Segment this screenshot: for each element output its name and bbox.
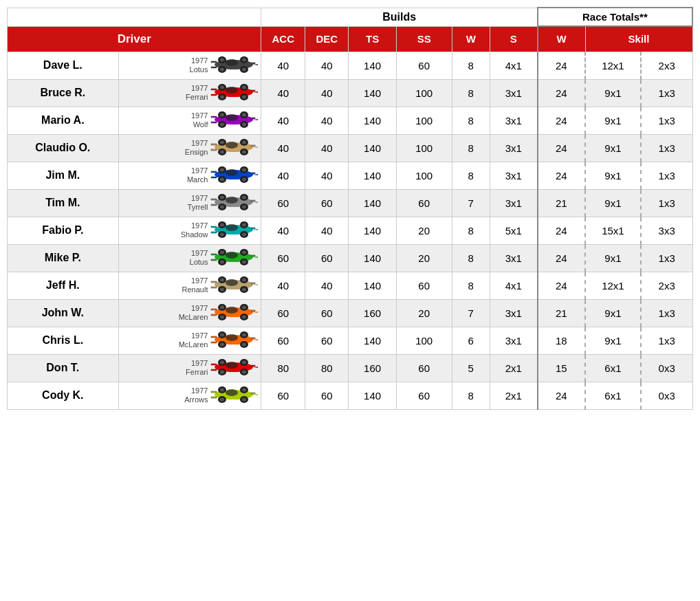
svg-rect-31 xyxy=(211,116,217,118)
svg-point-153 xyxy=(242,333,246,336)
acc-val: 40 xyxy=(261,79,305,107)
car-graphic xyxy=(210,302,258,325)
svg-point-15 xyxy=(226,87,238,94)
driver-name: Tim M. xyxy=(8,189,119,217)
car-graphic xyxy=(210,54,258,77)
dec-val: 60 xyxy=(305,299,349,327)
table-row: Tim M. 1977 Tyrrell 60 xyxy=(8,189,693,217)
svg-rect-143 xyxy=(211,336,217,338)
svg-rect-19 xyxy=(251,90,255,91)
car-graphic xyxy=(210,219,258,242)
svg-point-1 xyxy=(226,59,238,66)
svg-point-55 xyxy=(242,140,246,144)
svg-rect-46 xyxy=(211,149,217,151)
car-cell: 1977 Tyrrell xyxy=(118,189,261,217)
car-cell: 1977 Ferrari xyxy=(118,354,261,382)
acc-header: ACC xyxy=(261,26,305,52)
acc-val: 60 xyxy=(261,244,305,272)
ts-val: 140 xyxy=(349,79,396,107)
svg-marker-100 xyxy=(253,256,258,258)
svg-point-85 xyxy=(226,224,238,231)
dec-val: 40 xyxy=(305,79,349,107)
svg-marker-170 xyxy=(253,394,258,395)
driver-name: Chris L. xyxy=(8,327,119,354)
svg-rect-145 xyxy=(251,338,255,339)
acc-val: 40 xyxy=(261,272,305,299)
ts-val: 140 xyxy=(349,217,396,244)
race-w-val: 21 xyxy=(538,299,585,327)
s-val: 3x1 xyxy=(490,244,537,272)
svg-rect-171 xyxy=(211,391,217,393)
svg-point-66 xyxy=(220,177,224,181)
svg-point-169 xyxy=(226,389,238,396)
svg-point-99 xyxy=(226,252,238,259)
table-row: Fabio P. 1977 Shadow 4 xyxy=(8,217,693,244)
svg-rect-89 xyxy=(251,228,255,229)
svg-point-43 xyxy=(226,142,238,149)
driver-name: Cody K. xyxy=(8,382,119,409)
skill2-val: 1x3 xyxy=(641,162,692,189)
svg-point-124 xyxy=(220,278,224,281)
svg-point-24 xyxy=(220,95,224,98)
svg-rect-45 xyxy=(211,144,217,145)
skill1-val: 15x1 xyxy=(585,217,641,244)
svg-point-40 xyxy=(220,113,224,116)
race-w-val: 24 xyxy=(538,79,585,107)
svg-point-138 xyxy=(220,305,224,309)
race-w-val: 24 xyxy=(538,272,585,299)
skill2-val: 1x3 xyxy=(641,79,692,107)
svg-point-11 xyxy=(242,67,246,71)
s-val: 2x1 xyxy=(490,354,537,382)
svg-rect-73 xyxy=(211,199,217,200)
svg-rect-5 xyxy=(251,63,255,64)
svg-point-29 xyxy=(226,114,238,121)
acc-val: 60 xyxy=(261,382,305,409)
table-row: Mike P. 1977 Lotus 60 xyxy=(8,244,693,272)
driver-name: Claudio O. xyxy=(8,134,119,162)
ss-val: 60 xyxy=(396,272,452,299)
car-cell: 1977 Lotus xyxy=(118,244,261,272)
skill2-val: 1x3 xyxy=(641,327,692,354)
svg-rect-131 xyxy=(251,310,255,312)
dec-val: 40 xyxy=(305,272,349,299)
svg-marker-114 xyxy=(253,284,258,285)
car-graphic xyxy=(210,274,258,297)
ts-val: 160 xyxy=(349,354,396,382)
svg-marker-72 xyxy=(253,201,258,203)
skill2-val: 1x3 xyxy=(641,189,692,217)
w-val: 8 xyxy=(452,217,490,244)
w-val: 8 xyxy=(452,162,490,189)
svg-point-139 xyxy=(242,305,246,309)
svg-point-165 xyxy=(242,370,246,373)
svg-point-109 xyxy=(242,260,246,263)
top-header-row: Builds Race Totals** xyxy=(8,8,693,26)
race-w-val: 24 xyxy=(538,52,585,79)
ts-val: 140 xyxy=(349,327,396,354)
driver-header-spacer xyxy=(8,8,261,26)
car-cell: 1977 Renault xyxy=(118,272,261,299)
s-val: 5x1 xyxy=(490,217,537,244)
svg-point-181 xyxy=(242,388,246,391)
col-header-row: Driver ACC DEC TS SS W S W Skill xyxy=(8,26,693,52)
ts-val: 140 xyxy=(349,244,396,272)
svg-rect-60 xyxy=(211,177,217,178)
car-cell: 1977 McLaren xyxy=(118,299,261,327)
svg-point-41 xyxy=(242,113,246,116)
s-val: 3x1 xyxy=(490,107,537,134)
svg-point-178 xyxy=(220,397,224,401)
car-graphic xyxy=(210,82,258,105)
table-row: Mario A. 1977 Wolf 40 xyxy=(8,107,693,134)
dec-val: 40 xyxy=(305,134,349,162)
svg-point-167 xyxy=(242,360,246,364)
ts-val: 140 xyxy=(349,189,396,217)
svg-point-38 xyxy=(220,122,224,126)
car-graphic xyxy=(210,384,258,407)
dec-val: 40 xyxy=(305,162,349,189)
ss-val: 60 xyxy=(396,382,452,409)
svg-point-54 xyxy=(220,140,224,144)
ss-val: 20 xyxy=(396,244,452,272)
svg-point-125 xyxy=(242,278,246,281)
svg-point-27 xyxy=(242,85,246,89)
svg-point-180 xyxy=(220,388,224,391)
svg-marker-2 xyxy=(253,64,258,65)
